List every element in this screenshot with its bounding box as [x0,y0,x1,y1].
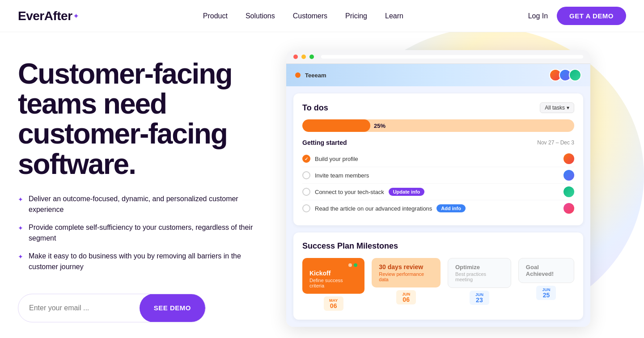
chevron-down-icon: ▾ [567,105,569,111]
task-check-1 [302,155,310,163]
nav-pricing[interactable]: Pricing [345,12,367,20]
ms4-date: JUN 25 [536,286,556,300]
task-check-4 [302,204,310,212]
task-avatar-2 [564,170,574,181]
ms2-date: JUN 06 [396,290,416,304]
task-check-2 [302,171,310,179]
milestones-title: Success Plan Milestones [302,241,574,251]
all-tasks-label: All tasks [545,105,565,111]
nav-learn[interactable]: Learn [385,12,403,20]
ms1-title: Kickoff [309,270,357,277]
ms2-sub: Review performance data [379,271,433,282]
milestone-card-1: Kickoff Define success criteria [302,258,364,294]
email-cta-row: SEE DEMO [18,294,206,322]
task-left-3: Connect to your tech-stack Update info [302,188,424,196]
hero-right: Teeeam To dos All tasks [286,46,626,327]
milestone-1: Kickoff Define success criteria MAY 06 [302,258,364,311]
task-row-2: Invite team members [302,167,574,184]
diamond-icon-1: ✦ [18,195,23,204]
section-row: Getting started Nov 27 – Dec 3 [302,139,574,146]
task-badge-3: Update info [389,188,425,196]
login-button[interactable]: Log In [528,12,548,20]
cards-container: To dos All tasks ▾ 25% [286,86,590,327]
all-tasks-button[interactable]: All tasks ▾ [540,102,574,113]
task-row-3: Connect to your tech-stack Update info [302,184,574,200]
ms3-date: JUN 23 [470,291,489,305]
task-avatar-4 [564,203,574,214]
task-left-2: Invite team members [302,171,369,179]
milestone-card-2: 30 days review Review performance data [372,258,441,287]
progress-label: 25% [374,123,386,129]
nav-links: Product Solutions Customers Pricing Lear… [203,12,403,20]
diamond-icon-3: ✦ [18,252,23,262]
bullet-1: ✦ Deliver an outcome-focused, dynamic, a… [18,194,268,215]
browser-dot-maximize [309,55,314,59]
logo[interactable]: EverAfter✦ [18,9,78,23]
todo-title: To dos [302,103,328,113]
ms3-sub: Best practices meeting [455,271,504,282]
browser-url-bar [321,55,583,59]
milestones-card: Success Plan Milestones Kickoff [293,232,583,320]
task-check-3 [302,188,310,196]
milestone-3: Optimize Best practices meeting JUN 23 [448,258,511,305]
task-row-1: Build your profile [302,151,574,167]
avatar-3 [569,69,581,81]
logo-star-icon: ✦ [73,13,79,20]
ms1-sub: Define success criteria [309,278,357,288]
browser-dot-minimize [301,55,306,59]
app-cards: To dos All tasks ▾ 25% [286,86,590,327]
task-left-4: Read the article on our advanced integra… [302,204,466,212]
hero-headline: Customer-facing teams need customer-faci… [18,59,268,179]
bullet-2: ✦ Provide complete self-sufficiency to y… [18,222,268,244]
diamond-icon-2: ✦ [18,224,23,233]
hero-left: Customer-facing teams need customer-faci… [18,50,268,322]
hero-bullets: ✦ Deliver an outcome-focused, dynamic, a… [18,194,268,272]
nav-solutions[interactable]: Solutions [246,12,275,20]
task-row-4: Read the article on our advanced integra… [302,200,574,216]
nav-customers[interactable]: Customers [293,12,327,20]
team-dot-icon [295,72,301,78]
get-demo-button[interactable]: GET A DEMO [557,7,626,25]
milestone-card-4: Goal Achieved! [518,258,574,283]
milestone-2: 30 days review Review performance data J… [372,258,441,304]
section-date: Nov 27 – Dec 3 [537,139,574,146]
section-name: Getting started [302,139,347,146]
ms1-date: MAY 06 [324,296,343,311]
progress-bar: 25% [302,119,574,132]
team-label: Teeeam [305,72,326,79]
see-demo-button[interactable]: SEE DEMO [140,294,205,322]
ms3-title: Optimize [455,264,504,270]
app-screenshot: Teeeam To dos All tasks [286,50,590,327]
task-avatar-1 [564,153,574,164]
task-avatar-3 [564,186,574,197]
task-left-1: Build your profile [302,155,358,163]
nav-right: Log In GET A DEMO [528,7,626,25]
browser-chrome [286,50,590,64]
ms4-title: Goal Achieved! [526,264,567,277]
ms2-title: 30 days review [379,263,433,270]
task-label-3: Connect to your tech-stack [315,189,384,195]
task-label-4: Read the article on our advanced integra… [315,205,432,212]
browser-dot-close [293,55,298,59]
task-label-1: Build your profile [315,156,358,162]
main-content: Customer-facing teams need customer-faci… [0,32,644,338]
todo-header: To dos All tasks ▾ [302,102,574,113]
avatar-strip [549,69,581,81]
milestone-card-3: Optimize Best practices meeting [448,258,511,288]
todo-card: To dos All tasks ▾ 25% [293,93,583,225]
progress-fill [302,119,370,132]
task-label-2: Invite team members [315,172,369,179]
navbar: EverAfter✦ Product Solutions Customers P… [0,0,644,32]
milestone-4: Goal Achieved! JUN 25 [518,258,574,300]
email-input[interactable] [18,304,140,312]
app-banner: Teeeam [286,64,590,86]
task-badge-4: Add info [436,204,466,212]
bullet-3: ✦ Make it easy to do business with you b… [18,251,268,272]
nav-product[interactable]: Product [203,12,228,20]
